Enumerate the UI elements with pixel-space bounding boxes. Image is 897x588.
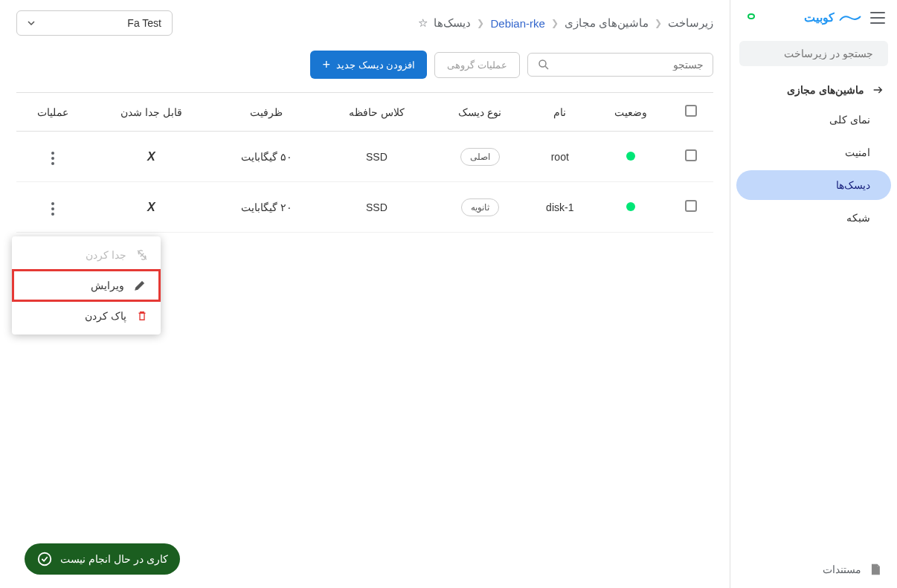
status-active-icon	[626, 152, 635, 161]
row-context-menu: جدا کردن ویرایش پاک کردن	[12, 236, 161, 335]
menu-detach: جدا کردن	[12, 241, 161, 269]
col-type: نوع دیسک	[434, 93, 527, 132]
plus-icon: +	[322, 58, 330, 71]
nav-title-label: ماشین‌های مجازی	[787, 84, 864, 96]
secondary-logo[interactable]	[742, 7, 760, 28]
sidebar-search-input[interactable]	[743, 48, 873, 59]
table-row: disk-1 ثانویه SSD ۲۰ گیگابایت X	[16, 182, 713, 233]
svg-point-4	[39, 553, 51, 566]
pencil-icon	[133, 279, 147, 292]
status-text: کاری در حال انجام نیست	[60, 553, 168, 565]
col-name: نام	[527, 93, 594, 132]
project-selector[interactable]: Fa Test	[16, 10, 173, 36]
col-ops: عملیات	[16, 93, 89, 132]
menu-edit[interactable]: ویرایش	[12, 269, 161, 302]
status-active-icon	[626, 202, 635, 211]
svg-point-2	[539, 60, 546, 67]
chevron-left-icon: ❮	[477, 18, 484, 28]
table-row: root اصلی SSD ۵۰ گیگابایت X	[16, 132, 713, 182]
sidebar-item-overview[interactable]: نمای کلی	[736, 105, 891, 135]
menu-delete-label: پاک کردن	[24, 310, 126, 322]
crumb-vms[interactable]: ماشین‌های مجازی	[565, 16, 649, 30]
sidebar-search[interactable]	[739, 41, 888, 66]
disks-table: وضعیت نام نوع دیسک کلاس حافظه ظرفیت قابل…	[16, 92, 713, 233]
trash-icon	[135, 309, 149, 323]
job-status-pill[interactable]: کاری در حال انجام نیست	[25, 543, 180, 575]
brand-logo[interactable]: کوبیت	[804, 10, 861, 25]
x-icon: X	[147, 201, 155, 213]
row-actions-menu[interactable]	[48, 149, 57, 168]
sidebar-nav-title[interactable]: ماشین‌های مجازی	[730, 77, 897, 103]
crumb-disks[interactable]: دیسک‌ها	[434, 16, 471, 30]
col-detachable: قابل جدا شدن	[89, 93, 213, 132]
document-icon	[869, 563, 882, 576]
row-actions-menu[interactable]	[48, 199, 57, 219]
bulk-actions-button[interactable]: عملیات گروهی	[434, 52, 520, 78]
docs-label: مستندات	[823, 563, 861, 575]
breadcrumb: زیرساخت ❮ ماشین‌های مجازی ❮ Debian-rke ❮…	[418, 16, 713, 30]
col-class: کلاس حافظه	[320, 93, 434, 132]
chevron-left-icon: ❮	[551, 18, 559, 28]
menu-delete[interactable]: پاک کردن	[12, 302, 161, 330]
disk-type-badge: اصلی	[460, 148, 500, 166]
caret-down-icon	[28, 21, 35, 25]
unlink-icon	[135, 248, 149, 262]
brand-name: کوبیت	[804, 10, 835, 25]
sidebar-item-disks[interactable]: دیسک‌ها	[736, 170, 891, 200]
crumb-instance[interactable]: Debian-rke	[490, 17, 544, 30]
svg-line-3	[545, 66, 548, 69]
cell-class: SSD	[320, 182, 434, 233]
select-all-checkbox[interactable]	[685, 105, 697, 117]
row-checkbox[interactable]	[685, 200, 697, 212]
sidebar-item-security[interactable]: امنیت	[736, 138, 891, 167]
project-label: Fa Test	[127, 17, 161, 29]
arrow-right-icon	[872, 84, 884, 96]
hamburger-menu-icon[interactable]	[870, 12, 885, 24]
cell-capacity: ۲۰ گیگابایت	[213, 182, 320, 233]
add-disk-label: افزودن دیسک جدید	[336, 59, 415, 71]
crumb-infra[interactable]: زیرساخت	[668, 16, 713, 30]
sidebar: کوبیت ماشین‌های مجازی نمای کلی امنیت دیس…	[730, 0, 897, 588]
link-icon	[742, 7, 760, 25]
search-icon	[537, 58, 550, 71]
disk-type-badge: ثانویه	[461, 198, 499, 216]
cell-capacity: ۵۰ گیگابایت	[213, 132, 320, 182]
menu-edit-label: ویرایش	[26, 280, 124, 291]
x-icon: X	[147, 150, 155, 163]
cell-name: disk-1	[527, 182, 594, 233]
sidebar-item-network[interactable]: شبکه	[736, 203, 891, 233]
table-search-input[interactable]	[556, 59, 704, 71]
cell-name: root	[527, 132, 594, 182]
star-icon[interactable]: ☆	[418, 16, 428, 30]
cell-class: SSD	[320, 132, 434, 182]
col-status: وضعیت	[594, 93, 669, 132]
col-capacity: ظرفیت	[213, 93, 320, 132]
check-circle-icon	[36, 551, 53, 567]
table-search[interactable]	[527, 53, 713, 77]
menu-detach-label: جدا کردن	[24, 249, 126, 261]
row-checkbox[interactable]	[685, 149, 697, 161]
chevron-left-icon: ❮	[655, 18, 662, 28]
add-disk-button[interactable]: افزودن دیسک جدید +	[310, 51, 427, 79]
docs-link[interactable]: مستندات	[730, 551, 897, 588]
wave-icon	[839, 11, 861, 25]
